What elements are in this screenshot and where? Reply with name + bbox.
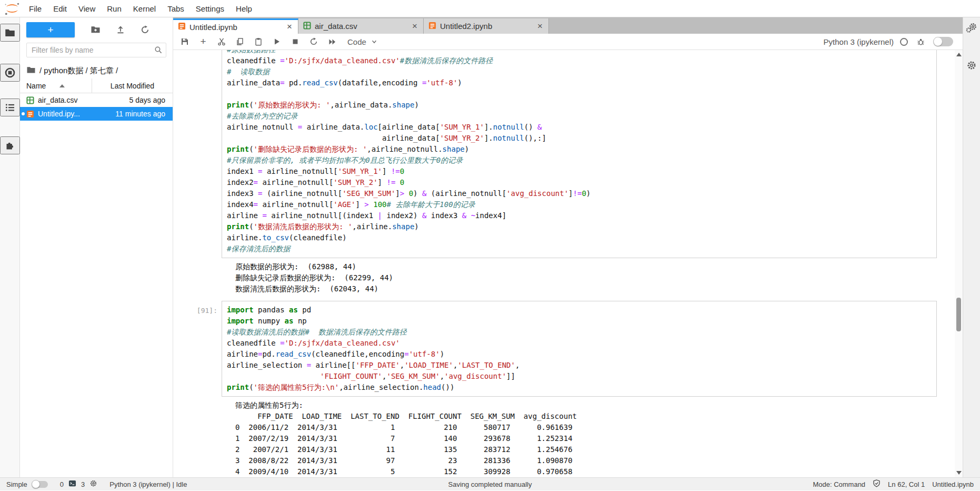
cell-type-dropdown[interactable]: Code [347,37,378,46]
code-cell-1: [91]:import pandas as pdimport numpy as … [187,301,937,397]
menu-help[interactable]: Help [230,1,258,17]
menu-file[interactable]: File [23,1,47,17]
file-browser-toolbar: + [20,17,173,42]
kernel-status-text[interactable]: Python 3 (ipykernel) | Idle [109,480,187,488]
code-line: airline.to_csv(cleanedfile) [227,232,932,243]
simple-mode-toggle[interactable] [32,481,48,488]
trusted-shield-icon[interactable] [873,479,881,489]
restart-run-all-icon[interactable] [326,35,338,48]
notebook-scrollbar[interactable] [955,50,963,477]
code-line: airline_data['SUM_YR_2'].notnull(),:] [227,133,932,144]
code-line: airline_selection = airline[['FFP_DATE',… [227,360,932,371]
jupyterlab-window: FileEditViewRunKernelTabsSettingsHelp [0,0,980,491]
kernel-status-icon [900,38,908,46]
breadcrumb[interactable]: / python数据 / 第七章 / [20,63,173,78]
menu-view[interactable]: View [73,1,101,17]
left-activity-bar [0,17,20,477]
tab-air_data.csv[interactable]: air_data.csv× [298,18,424,34]
run-cell-icon[interactable] [271,35,283,48]
kernel-name-button[interactable]: Python 3 (ipykernel) [824,37,894,46]
new-launcher-button[interactable]: + [26,22,75,37]
debugger-bug-icon[interactable] [914,35,927,48]
sort-by-modified-header[interactable]: Last Modified [92,82,173,90]
csv-file-icon [26,96,34,104]
refresh-icon[interactable] [141,23,149,36]
cursor-position[interactable]: Ln 62, Col 1 [888,480,925,488]
tab-Untitled.ipynb[interactable]: Untitled.ipynb× [173,18,298,34]
menu-settings[interactable]: Settings [190,1,230,17]
extension-manager-icon[interactable] [0,136,20,154]
kernel-sessions-icon[interactable] [89,479,97,489]
code-line: #原始数据路径 [227,50,932,55]
scrollbar-thumb[interactable] [956,298,961,331]
execution-prompt [187,50,222,258]
cell-editor[interactable]: import pandas as pdimport numpy as np#读取… [222,301,937,397]
scroll-down-icon[interactable] [956,471,962,475]
code-line: #去除票价为空的记录 [227,111,932,122]
copy-cells-icon[interactable] [234,35,246,48]
code-line: cleanedfile ='D:/sjfx/data_cleaned.csv'#… [227,55,932,66]
menu-edit[interactable]: Edit [47,1,73,17]
menu-run[interactable]: Run [101,1,127,17]
interrupt-kernel-icon[interactable] [289,35,302,48]
save-icon[interactable] [178,35,191,48]
output-line: 0 2006/11/2 2014/3/31 1 210 580717 0.961… [235,422,937,433]
saving-status-message: Saving completed manually [448,480,532,488]
code-line: print('原始数据的形状为: ',airline_data.shape) [227,100,932,111]
notebook-file-icon [26,110,34,118]
property-inspector-gears-icon[interactable] [966,23,977,35]
sort-ascending-icon [59,84,65,87]
output-line: 2 2007/2/1 2014/3/31 11 135 283712 1.254… [235,444,937,455]
running-sessions-icon[interactable] [0,64,20,82]
code-cell-0: #原始数据路径cleanedfile ='D:/sjfx/data_cleane… [187,50,937,258]
menu-tabs[interactable]: Tabs [162,1,190,17]
code-line: airline = airline_notnull[(index1 | inde… [227,210,932,221]
output-line: 4 2009/4/10 2014/3/31 5 152 309928 0.970… [235,466,937,477]
file-row-Untitled.ipy...[interactable]: Untitled.ipy...11 minutes ago [20,107,173,121]
restart-kernel-icon[interactable] [307,35,320,48]
kernel-count: 3 [81,480,85,488]
home-folder-icon[interactable] [26,66,36,75]
paste-cells-icon[interactable] [252,35,265,48]
tab-label: Untitled.ipynb [189,23,286,32]
cut-cells-icon[interactable] [215,35,228,48]
scroll-up-icon[interactable] [956,53,962,56]
jupyter-logo-icon [3,2,21,16]
notebook-toolbar: + [173,34,963,50]
menu-kernel[interactable]: Kernel [127,1,162,17]
dock-tab-bar: Untitled.ipynb×air_data.csv×Untitled2.ip… [173,17,963,34]
terminal-icon[interactable] [68,479,76,489]
code-line: # 读取数据 [227,66,932,77]
add-cell-icon[interactable]: + [197,35,209,48]
file-browser-icon[interactable] [0,24,20,42]
code-line: print('数据清洗后数据的形状为: ',airline.shape) [227,221,932,232]
code-line: 'FLIGHT_COUNT','SEG_KM_SUM','avg_discoun… [227,371,932,382]
close-tab-icon[interactable]: × [411,21,418,32]
cell-editor[interactable]: #原始数据路径cleanedfile ='D:/sjfx/data_cleane… [222,50,937,258]
table-of-contents-icon[interactable] [0,99,20,116]
close-tab-icon[interactable]: × [286,22,293,32]
right-activity-bar [963,17,980,477]
sort-by-name-header[interactable]: Name [20,78,92,93]
file-row-air_data.csv[interactable]: air_data.csv5 days ago [20,93,173,107]
filter-files-input[interactable] [26,43,166,57]
active-filename: Untitled.ipynb [932,480,974,488]
code-line: print('删除缺失记录后数据的形状为: ',airline_notnull.… [227,144,932,155]
code-line: airline_data= pd.read_csv(datafile,encod… [227,77,932,89]
file-name: Untitled.ipy... [38,110,95,118]
code-line: index2= airline_notnull['SUM_YR_2'] != 0 [227,177,932,188]
toolbar-toggle-switch[interactable] [933,37,953,46]
cell-list: #原始数据路径cleanedfile ='D:/sjfx/data_cleane… [173,50,937,477]
command-mode-indicator: Mode: Command [813,480,865,488]
code-line: #只保留票价非零的, 或者平均折扣率不为0且总飞行公里数大于0的记录 [227,155,932,166]
close-tab-icon[interactable]: × [536,21,544,32]
tab-Untitled2.ipynb[interactable]: Untitled2.ipynb× [424,18,549,34]
code-line: cleanedfile ='D:/sjfx/data_cleaned.csv' [227,338,932,349]
main-work-area: Untitled.ipynb×air_data.csv×Untitled2.ip… [173,17,963,477]
new-folder-icon[interactable] [91,23,101,36]
output-line: 1 2007/2/19 2014/3/31 7 140 293678 1.252… [235,433,937,444]
file-list: air_data.csv5 days agoUntitled.ipy...11 … [20,93,173,121]
notebook-file-icon [428,22,436,31]
upload-icon[interactable] [116,23,125,36]
settings-gear-icon[interactable] [966,60,977,72]
